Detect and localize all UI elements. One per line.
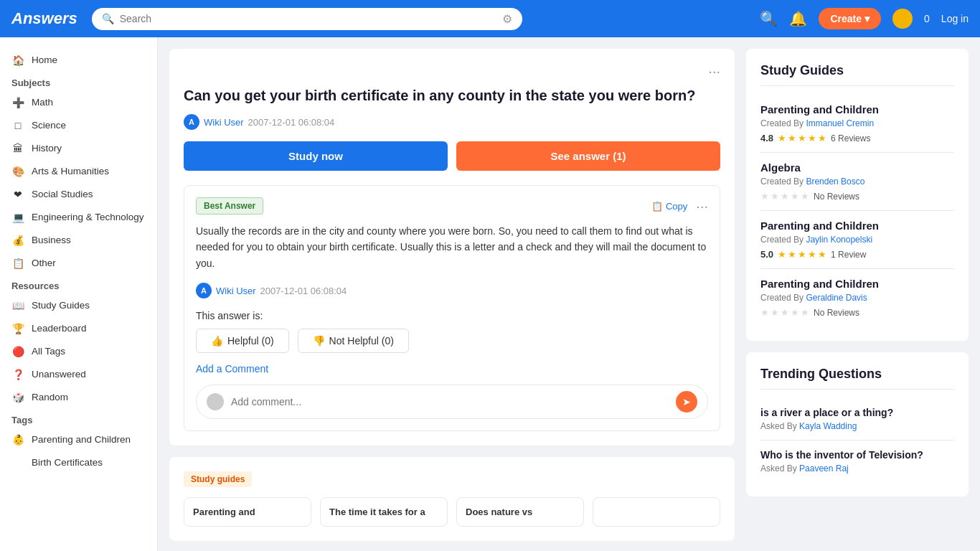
sg-rating: 4.8 ★ ★ ★ ★ ★ 6 Reviews [760, 133, 954, 143]
question-actions: Study now See answer (1) [184, 141, 720, 171]
star-4: ★ [808, 249, 816, 260]
question-card-header: ··· [184, 63, 720, 80]
sidebar-item-label: Birth Certificates [32, 456, 103, 469]
trending-item: is a river a place or a thing? Asked By … [760, 398, 954, 441]
sidebar-item-all-tags[interactable]: 🔴 All Tags [0, 340, 157, 363]
sg-score: 5.0 [760, 249, 773, 260]
more-options-button[interactable]: ··· [708, 63, 720, 80]
sg-author-link[interactable]: Geraldine Davis [806, 293, 867, 303]
sidebar-item-label: Business [32, 234, 71, 247]
feedback-label: This answer is: [196, 310, 708, 321]
sidebar-item-other[interactable]: 📋 Other [0, 252, 157, 275]
sg-created: Created By Jaylin Konopelski [760, 235, 954, 245]
answer-more-button[interactable]: ··· [696, 198, 708, 215]
history-icon: 🏛 [11, 142, 24, 155]
sg-author-link[interactable]: Brenden Bosco [806, 176, 864, 187]
other-icon: 📋 [11, 257, 24, 270]
answer-header-actions: 📋 Copy ··· [651, 198, 708, 215]
star-3: ★ [798, 249, 806, 260]
star-3: ★ [781, 307, 789, 318]
answer-meta: A Wiki User 2007-12-01 06:08:04 [196, 283, 708, 298]
sidebar-item-engineering-technology[interactable]: 💻 Engineering & Technology [0, 206, 157, 229]
add-comment-link[interactable]: Add a Comment [196, 363, 708, 375]
answer-date: 2007-12-01 06:08:04 [260, 286, 347, 296]
trending-asker-link[interactable]: Kayla Wadding [799, 421, 857, 431]
trending-item: Who is the inventor of Television? Asked… [760, 441, 954, 482]
author-avatar: A [184, 114, 199, 130]
sidebar-item-science[interactable]: □ Science [0, 114, 157, 137]
engineering-icon: 💻 [11, 211, 24, 224]
sg-rating: ★ ★ ★ ★ ★ No Reviews [760, 307, 954, 318]
guide-card[interactable] [593, 497, 720, 527]
sidebar-item-random[interactable]: 🎲 Random [0, 386, 157, 409]
guide-card[interactable]: The time it takes for a [320, 497, 448, 527]
parenting-icon: 👶 [11, 433, 24, 446]
study-guide-item: Parenting and Children Created By Gerald… [760, 269, 954, 326]
search-icon: 🔍 [102, 13, 114, 24]
sidebar-item-business[interactable]: 💰 Business [0, 229, 157, 252]
guide-card[interactable]: Parenting and [184, 497, 311, 527]
sg-reviews: No Reviews [814, 192, 859, 202]
sidebar-item-parenting-children[interactable]: 👶 Parenting and Children [0, 428, 157, 451]
leaderboard-icon: 🏆 [11, 322, 24, 335]
author-link[interactable]: Wiki User [204, 117, 244, 128]
sidebar-item-birth-certificates[interactable]: Birth Certificates [0, 451, 157, 474]
search-header-icon[interactable]: 🔍 [760, 10, 778, 27]
trending-asker-link[interactable]: Paaveen Raj [799, 463, 849, 474]
study-guides-icon: 📖 [11, 299, 24, 312]
study-guides-card: Study Guides Parenting and Children Crea… [746, 49, 969, 341]
sg-reviews: 6 Reviews [831, 133, 870, 143]
answer-author-link[interactable]: Wiki User [216, 286, 256, 296]
comment-input[interactable] [231, 396, 669, 408]
header-actions: 🔍 🔔 Create ▾ 0 Log in [760, 8, 969, 29]
sidebar-item-history[interactable]: 🏛 History [0, 137, 157, 160]
trending-question[interactable]: Who is the inventor of Television? [760, 449, 954, 461]
sidebar-item-label: Arts & Humanities [32, 165, 109, 178]
study-guide-item: Algebra Created By Brenden Bosco ★ ★ ★ ★… [760, 153, 954, 211]
login-link[interactable]: Log in [941, 13, 969, 24]
sg-author-link[interactable]: Jaylin Konopelski [806, 235, 872, 245]
stars: ★ ★ ★ ★ ★ [760, 307, 809, 318]
sidebar-item-study-guides[interactable]: 📖 Study Guides [0, 294, 157, 317]
search-input[interactable] [120, 13, 496, 24]
notifications-icon[interactable]: 🔔 [789, 10, 807, 27]
commenter-avatar [207, 393, 224, 410]
sidebar-item-label: History [32, 142, 62, 155]
create-button[interactable]: Create ▾ [819, 8, 881, 29]
stars: ★ ★ ★ ★ ★ [778, 133, 826, 143]
sidebar-item-social-studies[interactable]: ❤ Social Studies [0, 183, 157, 206]
send-comment-button[interactable]: ➤ [676, 391, 697, 413]
sg-rating: 5.0 ★ ★ ★ ★ ★ 1 Review [760, 249, 954, 260]
not-helpful-button[interactable]: 👎 Not Helpful (0) [298, 329, 409, 353]
guide-card[interactable]: Does nature vs [456, 497, 584, 527]
helpful-button[interactable]: 👍 Helpful (0) [196, 329, 289, 353]
sg-title: Parenting and Children [760, 103, 954, 116]
sidebar-item-home[interactable]: 🏠 Home [0, 49, 157, 72]
sidebar-item-math[interactable]: ➕ Math [0, 91, 157, 114]
filter-icon[interactable]: ⚙ [502, 12, 512, 26]
header: Answers 🔍 ⚙ 🔍 🔔 Create ▾ 0 Log in [0, 0, 980, 37]
trending-question[interactable]: is a river a place or a thing? [760, 407, 954, 418]
study-guides-tag: Study guides [184, 471, 252, 487]
see-answer-button[interactable]: See answer (1) [456, 141, 720, 171]
sg-created: Created By Immanuel Cremin [760, 118, 954, 128]
comment-input-row: ➤ [196, 385, 708, 419]
all-tags-icon: 🔴 [11, 345, 24, 358]
sidebar-item-leaderboard[interactable]: 🏆 Leaderboard [0, 317, 157, 340]
question-date: 2007-12-01 06:08:04 [248, 117, 335, 128]
study-now-button[interactable]: Study now [184, 141, 448, 171]
answer-header: Best Answer 📋 Copy ··· [196, 197, 708, 215]
sidebar-item-label: Random [32, 391, 68, 404]
copy-button[interactable]: 📋 Copy [651, 201, 687, 212]
sg-created: Created By Brenden Bosco [760, 176, 954, 187]
sidebar-item-arts-humanities[interactable]: 🎨 Arts & Humanities [0, 160, 157, 183]
user-avatar [892, 9, 913, 29]
sidebar-item-unanswered[interactable]: ❓ Unanswered [0, 363, 157, 386]
star-3: ★ [798, 133, 806, 143]
right-sidebar: Study Guides Parenting and Children Crea… [746, 49, 969, 541]
sg-title: Parenting and Children [760, 278, 954, 290]
logo: Answers [11, 9, 77, 28]
user-points: 0 [924, 13, 930, 24]
sg-author-link[interactable]: Immanuel Cremin [806, 118, 874, 128]
star-3: ★ [781, 191, 789, 202]
